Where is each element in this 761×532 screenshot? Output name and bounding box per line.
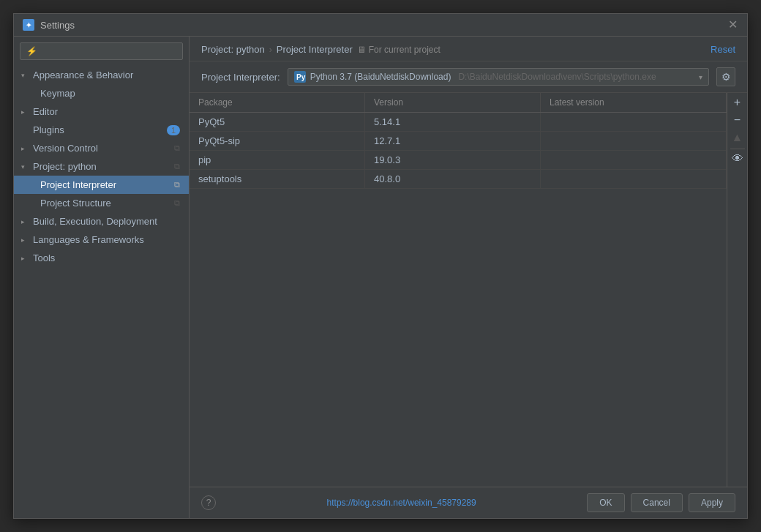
table-header: Package Version Latest version	[190, 93, 727, 113]
title-bar: ✦ Settings ✕	[14, 14, 747, 37]
cell-package-0: PyQt5	[190, 113, 365, 131]
interpreter-copy-icon: ⧉	[174, 180, 180, 190]
sidebar-label-project-interpreter: Project Interpreter	[40, 179, 116, 190]
sidebar-label-project-structure: Project Structure	[40, 198, 111, 209]
col-header-version[interactable]: Version	[365, 93, 541, 112]
cell-version-2: 19.0.3	[365, 151, 541, 169]
expand-arrow-tools	[21, 255, 29, 262]
sidebar-label-tools: Tools	[33, 252, 55, 263]
sidebar-item-plugins[interactable]: Plugins 1	[14, 121, 189, 139]
sidebar-item-project-structure[interactable]: Project Structure ⧉	[14, 194, 189, 212]
sidebar-label-build: Build, Execution, Deployment	[33, 216, 157, 227]
scroll-up-button[interactable]: ▲	[729, 130, 746, 146]
interpreter-select-text: Py Python 3.7 (BaiduNetdiskDownload) D:\…	[294, 71, 656, 83]
svg-text:Py: Py	[296, 73, 306, 81]
cell-package-1: PyQt5-sip	[190, 132, 365, 150]
reset-button[interactable]: Reset	[711, 44, 735, 55]
packages-table: Package Version Latest version PyQt5 5.1…	[190, 93, 727, 487]
close-button[interactable]: ✕	[727, 19, 738, 31]
settings-dialog: ✦ Settings ✕ Appearance & Behavior Keyma…	[13, 13, 748, 519]
breadcrumb: Project: python › Project Interpreter 🖥 …	[190, 37, 747, 61]
breadcrumb-current: Project Interpreter	[277, 44, 353, 55]
app-icon: ✦	[23, 19, 34, 31]
table-row[interactable]: pip 19.0.3	[190, 151, 727, 170]
gear-button[interactable]: ⚙	[716, 67, 735, 86]
interpreter-label: Project Interpreter:	[201, 72, 280, 83]
add-package-button[interactable]: +	[729, 94, 746, 110]
sidebar-item-version-control[interactable]: Version Control ⧉	[14, 139, 189, 157]
sidebar-item-appearance-behavior[interactable]: Appearance & Behavior	[14, 66, 189, 84]
breadcrumb-left: Project: python › Project Interpreter 🖥 …	[201, 44, 441, 55]
cell-latest-1	[541, 132, 727, 150]
show-details-button[interactable]: 👁	[729, 151, 746, 167]
sidebar-label-keymap: Keymap	[40, 88, 75, 99]
sidebar-item-languages[interactable]: Languages & Frameworks	[14, 231, 189, 249]
table-row[interactable]: PyQt5 5.14.1	[190, 113, 727, 132]
cell-package-2: pip	[190, 151, 365, 169]
sidebar-label-appearance: Appearance & Behavior	[33, 70, 133, 80]
interpreter-name: Python 3.7 (BaiduNetdiskDownload)	[310, 72, 451, 82]
dialog-body: Appearance & Behavior Keymap Editor Plug…	[14, 37, 747, 518]
expand-arrow-editor	[21, 108, 29, 116]
structure-copy-icon: ⧉	[174, 198, 180, 208]
table-row[interactable]: setuptools 40.8.0	[190, 170, 727, 189]
vc-copy-icon: ⧉	[174, 143, 180, 153]
expand-arrow-build	[21, 218, 29, 225]
interpreter-row: Project Interpreter: Py Python 3.7 (Baid…	[190, 61, 747, 93]
sidebar-item-project-interpreter[interactable]: Project Interpreter ⧉	[14, 176, 189, 194]
sidebar-item-tools[interactable]: Tools	[14, 249, 189, 267]
apply-button[interactable]: Apply	[689, 493, 735, 512]
sidebar-label-lang: Languages & Frameworks	[33, 234, 144, 245]
dialog-title: Settings	[40, 20, 75, 31]
cell-package-3: setuptools	[190, 170, 365, 188]
bottom-buttons: OK Cancel Apply	[587, 493, 735, 512]
sidebar-item-build-execution[interactable]: Build, Execution, Deployment	[14, 212, 189, 231]
search-box	[14, 37, 189, 66]
right-toolbar: + − ▲ 👁	[727, 93, 747, 487]
toolbar-separator	[730, 149, 745, 149]
title-bar-left: ✦ Settings	[23, 19, 75, 31]
sidebar-item-project-python[interactable]: Project: python ⧉	[14, 157, 189, 176]
python-icon: Py	[294, 71, 306, 83]
help-button[interactable]: ?	[201, 495, 216, 510]
cell-latest-2	[541, 151, 727, 169]
for-current-project-text: For current project	[369, 45, 441, 55]
search-input[interactable]	[20, 42, 183, 60]
sidebar-label-vc: Version Control	[33, 143, 98, 154]
main-content: Project: python › Project Interpreter 🖥 …	[190, 37, 747, 518]
project-copy-icon: ⧉	[174, 162, 180, 171]
cell-latest-3	[541, 170, 727, 188]
expand-arrow-vc	[21, 145, 29, 152]
col-header-package[interactable]: Package	[190, 93, 365, 112]
cell-version-0: 5.14.1	[365, 113, 541, 131]
expand-arrow-appearance	[21, 72, 29, 79]
help-label: ?	[206, 498, 211, 508]
packages-area: Package Version Latest version PyQt5 5.1…	[190, 93, 747, 487]
sidebar-label-project: Project: python	[33, 161, 97, 172]
bottom-bar: ? https://blog.csdn.net/weixin_45879289 …	[190, 487, 747, 518]
interpreter-path: D:\BaiduNetdiskDownload\venv\Scripts\pyt…	[458, 72, 656, 82]
table-row[interactable]: PyQt5-sip 12.7.1	[190, 132, 727, 151]
dropdown-arrow-icon: ▾	[699, 73, 702, 81]
sidebar-item-editor[interactable]: Editor	[14, 102, 189, 121]
cell-latest-0	[541, 113, 727, 131]
remove-package-button[interactable]: −	[729, 112, 746, 128]
breadcrumb-separator: ›	[269, 45, 272, 55]
ok-button[interactable]: OK	[587, 493, 624, 512]
cancel-button[interactable]: Cancel	[631, 493, 683, 512]
sidebar-item-keymap[interactable]: Keymap	[14, 84, 189, 102]
plugins-badge: 1	[167, 125, 180, 135]
monitor-icon: 🖥	[357, 45, 366, 55]
expand-arrow-lang	[21, 236, 29, 244]
cell-version-1: 12.7.1	[365, 132, 541, 150]
expand-arrow-project	[21, 163, 29, 171]
sidebar-label-editor: Editor	[33, 106, 58, 117]
cell-version-3: 40.8.0	[365, 170, 541, 188]
sidebar: Appearance & Behavior Keymap Editor Plug…	[14, 37, 190, 518]
interpreter-select-dropdown[interactable]: Py Python 3.7 (BaiduNetdiskDownload) D:\…	[288, 68, 709, 86]
bottom-url: https://blog.csdn.net/weixin_45879289	[327, 498, 476, 508]
sidebar-label-plugins: Plugins	[33, 124, 64, 135]
col-header-latest[interactable]: Latest version	[541, 93, 727, 112]
breadcrumb-parent: Project: python	[201, 44, 265, 55]
for-current-project-label: 🖥 For current project	[357, 45, 441, 55]
